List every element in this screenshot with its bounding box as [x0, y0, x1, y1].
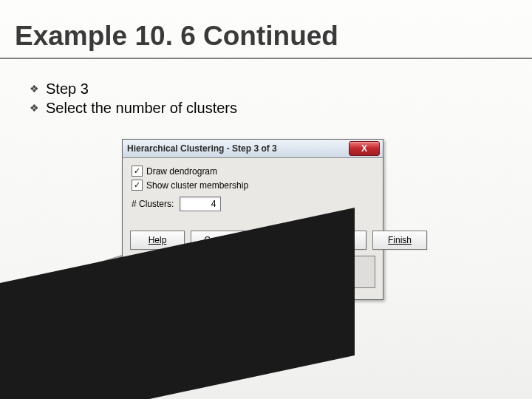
- finish-button[interactable]: Finish: [372, 231, 427, 250]
- bullet-icon: ❖: [30, 80, 46, 98]
- draw-dendrogram-checkbox[interactable]: ✓: [132, 166, 143, 177]
- dialog-caption: Hierarchical Clustering - Step 3 of 3: [127, 143, 277, 154]
- close-button[interactable]: X: [349, 141, 380, 156]
- close-icon: X: [361, 143, 367, 154]
- bullet-text: Step 3: [46, 80, 89, 98]
- clusters-row: # Clusters: 4: [132, 197, 375, 211]
- button-label: Finish: [388, 235, 412, 245]
- bullet-icon: ❖: [30, 99, 46, 117]
- checkbox-row: ✓ Draw dendrogram: [132, 166, 375, 177]
- clusters-label: # Clusters:: [132, 199, 174, 209]
- button-label: Help: [149, 235, 167, 245]
- show-cluster-membership-checkbox[interactable]: ✓: [132, 180, 143, 191]
- clusters-input[interactable]: 4: [180, 197, 221, 211]
- bullet-text: Select the number of clusters: [46, 99, 237, 117]
- page-title: Example 10. 6 Continued: [15, 21, 338, 52]
- list-item: ❖ Step 3: [30, 80, 237, 98]
- checkbox-row: ✓ Show cluster membership: [132, 180, 375, 191]
- checkbox-label: Show cluster membership: [146, 180, 248, 191]
- list-item: ❖ Select the number of clusters: [30, 99, 237, 117]
- dialog-titlebar[interactable]: Hierarchical Clustering - Step 3 of 3 X: [123, 140, 383, 158]
- checkbox-label: Draw dendrogram: [146, 166, 217, 177]
- bullet-list: ❖ Step 3 ❖ Select the number of clusters: [30, 80, 237, 118]
- slide: Example 10. 6 Continued ❖ Step 3 ❖ Selec…: [0, 0, 532, 399]
- title-underline: [0, 58, 532, 59]
